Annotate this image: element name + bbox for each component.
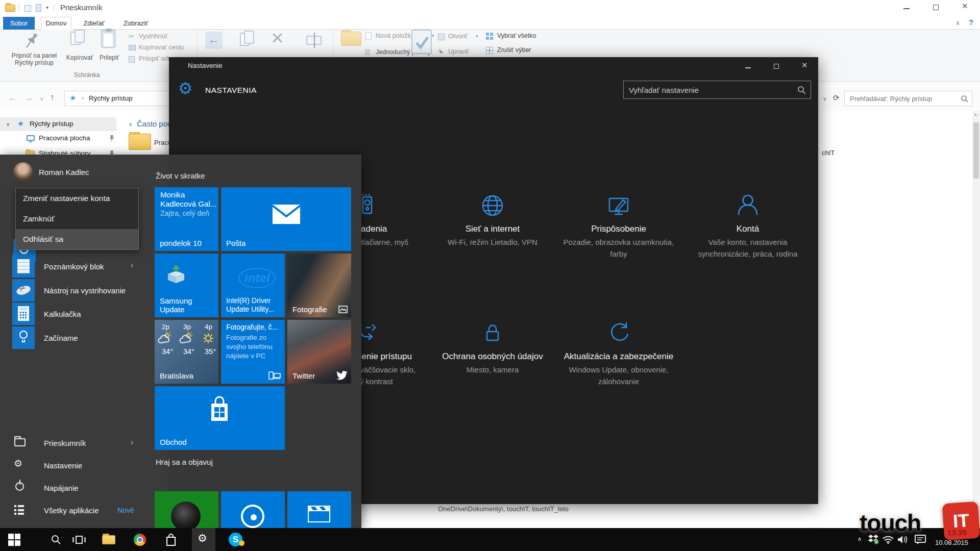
action-center-icon[interactable] bbox=[915, 535, 927, 544]
qat-customize-icon[interactable]: ▾ bbox=[46, 5, 48, 10]
scroll-down-icon[interactable]: ∨ bbox=[974, 522, 977, 527]
tile-weather[interactable]: 2p 3p 4p 34° 34° 35° Bratislava bbox=[155, 320, 218, 384]
select-all-label[interactable]: Vybrať všetko bbox=[497, 32, 536, 39]
chrome-icon[interactable] bbox=[134, 534, 146, 546]
explorer-footer-icon[interactable] bbox=[14, 438, 26, 446]
copy-path-icon[interactable] bbox=[129, 45, 136, 51]
taskbar-explorer-icon[interactable] bbox=[102, 535, 115, 544]
sidebar-item-desktop[interactable]: Pracovná plocha bbox=[0, 132, 116, 145]
settings-maximize-button[interactable] bbox=[774, 64, 779, 69]
refresh-icon[interactable]: ⟳ bbox=[833, 93, 840, 103]
cut-icon[interactable]: ✂ bbox=[129, 33, 134, 40]
address-dropdown-icon[interactable]: ∨ bbox=[823, 96, 826, 102]
open-label[interactable]: Otvoriť bbox=[448, 33, 468, 40]
cut-label[interactable]: Vystrihnúť bbox=[139, 33, 167, 40]
frequent-folder-icon[interactable] bbox=[129, 134, 151, 150]
wifi-icon[interactable] bbox=[882, 536, 894, 544]
menu-item-sign-out[interactable]: Odhlásiť sa bbox=[16, 229, 138, 249]
user-name[interactable]: Roman Kadlec bbox=[39, 168, 89, 177]
scrollbar-thumb[interactable] bbox=[973, 122, 979, 179]
paste-shortcut-icon[interactable] bbox=[129, 56, 135, 63]
start-button[interactable] bbox=[8, 534, 20, 546]
tile-game-green[interactable] bbox=[155, 491, 218, 528]
new-folder-icon[interactable] bbox=[341, 32, 361, 46]
qat-properties-icon[interactable] bbox=[24, 5, 31, 12]
settings-close-button[interactable]: ✕ bbox=[801, 61, 808, 70]
settings-search-box[interactable] bbox=[623, 81, 811, 99]
tile-twitter[interactable]: Twitter bbox=[287, 320, 351, 384]
tray-expand-icon[interactable]: ∧ bbox=[857, 536, 862, 542]
copy-path-label[interactable]: Kopírovať cestu bbox=[139, 44, 184, 51]
tile-mail[interactable]: Pošta bbox=[221, 187, 351, 251]
app-icon-notepad[interactable] bbox=[12, 255, 35, 278]
open-caret[interactable]: ▾ bbox=[476, 34, 478, 39]
settings-category-update[interactable]: Aktualizácia a zabezpečenie Windows Upda… bbox=[560, 315, 677, 387]
settings-category-accounts[interactable]: Kontá Vaše konto, nastavenia synchronizá… bbox=[689, 188, 806, 260]
close-button[interactable]: ✕ bbox=[962, 2, 968, 11]
settings-search-icon[interactable] bbox=[797, 86, 806, 95]
app-label-calculator[interactable]: Kalkulačka bbox=[44, 310, 81, 318]
new-item-caret[interactable]: ▾ bbox=[432, 33, 434, 38]
breadcrumb-chevron[interactable]: › bbox=[82, 94, 84, 102]
tile-movies[interactable] bbox=[287, 491, 351, 528]
settings-category-personalization[interactable]: Prispôsobenie Pozadie, obrazovka uzamknu… bbox=[560, 188, 677, 260]
settings-footer-icon[interactable]: ⚙ bbox=[14, 458, 22, 469]
settings-category-network[interactable]: Sieť a internet Wi-Fi, režim Lietadlo, V… bbox=[434, 188, 551, 248]
tile-intel-driver[interactable]: intel Intel(R) Driver Update Utility... bbox=[221, 254, 285, 317]
maximize-button[interactable] bbox=[933, 5, 939, 10]
app-label-notepad[interactable]: Poznámkový blok bbox=[44, 262, 104, 271]
footer-all-apps[interactable]: Všetky aplikácie bbox=[44, 506, 99, 515]
scroll-up-icon[interactable]: ∧ bbox=[974, 112, 977, 117]
copy-label[interactable]: Kopírovať bbox=[60, 54, 99, 61]
back-icon[interactable]: ← bbox=[8, 93, 17, 103]
search-icon[interactable] bbox=[961, 95, 969, 103]
tile-store[interactable]: Obchod bbox=[155, 386, 285, 450]
footer-settings[interactable]: Nastavenie bbox=[44, 461, 82, 470]
user-avatar[interactable] bbox=[13, 162, 33, 182]
open-icon[interactable] bbox=[438, 34, 445, 40]
settings-search-input[interactable] bbox=[624, 81, 811, 98]
clear-selection-icon[interactable] bbox=[486, 47, 493, 54]
tile-game-circle[interactable] bbox=[221, 491, 285, 528]
new-item-icon[interactable] bbox=[365, 33, 372, 40]
minimize-button[interactable] bbox=[903, 8, 910, 9]
copy-icon-2[interactable] bbox=[75, 30, 85, 43]
taskbar-settings-button-active[interactable]: ⚙ bbox=[192, 528, 215, 551]
tab-share[interactable]: Zdieľať bbox=[77, 17, 111, 30]
taskbar-search-icon[interactable] bbox=[51, 535, 61, 545]
explorer-search-box[interactable] bbox=[844, 91, 972, 106]
search-input[interactable] bbox=[845, 91, 972, 106]
ribbon-collapse-icon[interactable]: ∧ bbox=[955, 19, 960, 27]
rename-icon[interactable] bbox=[306, 36, 322, 45]
sidebar-item-quick-access[interactable]: ∨ ★ Rýchly prístup bbox=[0, 117, 116, 131]
edit-icon[interactable]: ✎ bbox=[438, 48, 444, 56]
easy-access-icon[interactable]: ☰ bbox=[364, 48, 371, 56]
app-icon-get-started[interactable] bbox=[12, 327, 35, 349]
tile-calendar[interactable]: Monika Kadlecová Gal... Zajtra, celý deň… bbox=[155, 187, 218, 251]
scrollbar[interactable]: ∧ ∨ bbox=[972, 111, 980, 528]
app-label-snipping[interactable]: Nástroj na vystrihovanie bbox=[44, 286, 126, 295]
up-icon[interactable]: ↑ bbox=[50, 92, 55, 103]
task-view-icon[interactable] bbox=[72, 536, 86, 544]
submenu-chevron[interactable]: › bbox=[131, 261, 133, 270]
footer-explorer-chevron[interactable]: › bbox=[131, 438, 133, 447]
recent-locations-icon[interactable]: ∨ bbox=[40, 96, 43, 102]
taskbar-store-icon[interactable] bbox=[165, 533, 177, 546]
new-item-label[interactable]: Nová položka bbox=[376, 32, 414, 39]
paste-label[interactable]: Prilepiť bbox=[98, 54, 120, 61]
copy-to-icon-2[interactable] bbox=[244, 31, 254, 44]
paste-icon[interactable] bbox=[101, 30, 115, 48]
select-all-icon[interactable] bbox=[486, 33, 493, 40]
footer-explorer[interactable]: Prieskumník bbox=[44, 439, 86, 447]
breadcrumb[interactable]: Rýchly prístup bbox=[89, 94, 133, 102]
settings-minimize-button[interactable] bbox=[745, 67, 751, 68]
volume-icon[interactable] bbox=[897, 535, 909, 544]
tile-samsung-update[interactable]: Samsung Update bbox=[155, 254, 218, 317]
all-apps-icon[interactable] bbox=[14, 505, 24, 515]
dropbox-icon[interactable] bbox=[868, 534, 879, 544]
expand-icon[interactable]: ∨ bbox=[6, 121, 10, 127]
delete-icon[interactable]: ✕ bbox=[271, 29, 284, 48]
group-collapse-icon[interactable]: ∨ bbox=[129, 121, 132, 127]
menu-item-change-account[interactable]: Zmeniť nastavenie konta bbox=[16, 188, 138, 209]
forward-icon[interactable]: → bbox=[24, 93, 33, 103]
